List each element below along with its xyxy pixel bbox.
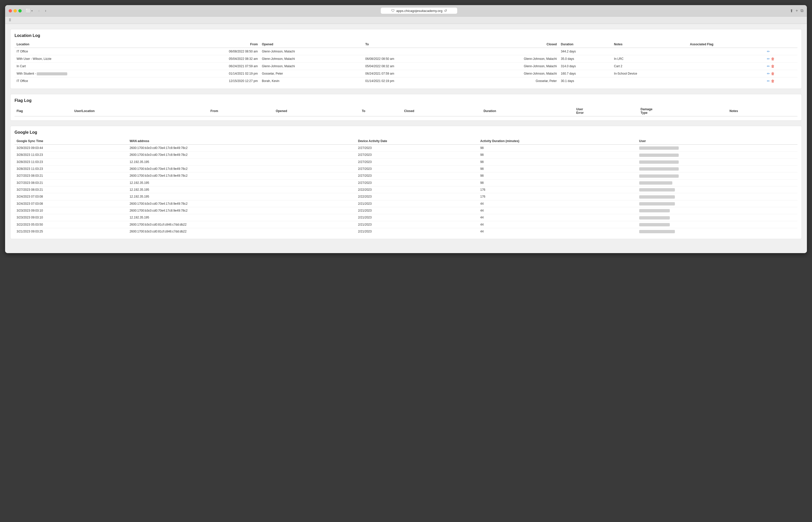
delete-icon[interactable]: 🗑 xyxy=(771,79,775,83)
col-opened: Opened xyxy=(274,106,360,116)
share-icon[interactable]: ⬆ xyxy=(790,8,793,13)
cell-to: 05/04/2022 08:32 am xyxy=(363,63,455,70)
cell-activity-date: 2/27/2023 xyxy=(356,152,478,158)
cell-activity-date: 2/27/2023 xyxy=(356,173,478,179)
col-associated-flag: Associated Flag xyxy=(688,41,765,48)
cell-wan: 12.192.35.195 xyxy=(128,186,356,193)
cell-opened: Borah, Kevin xyxy=(260,77,363,85)
cell-user xyxy=(637,207,797,214)
table-row: 3/28/2023 11:03:23 12.192.35.195 2/27/20… xyxy=(15,158,797,165)
cell-activity-date: 2/22/2023 xyxy=(356,186,478,193)
edit-icon[interactable]: ✏ xyxy=(767,79,770,83)
cell-closed xyxy=(456,48,559,55)
cell-closed: Glenn-Johnson, Malachi xyxy=(456,63,559,70)
google-log-card: Google Log Google Sync Time WAN address … xyxy=(10,126,802,239)
cell-activity-date: 2/22/2023 xyxy=(356,193,478,200)
cell-from: 06/24/2021 07:59 am xyxy=(168,63,260,70)
cell-sync-time: 3/29/2023 09:03:44 xyxy=(15,145,128,152)
cell-user xyxy=(637,158,797,165)
sidebar-toggle[interactable]: ⬜ ▾ xyxy=(26,8,33,13)
cell-duration: 35.0 days xyxy=(559,55,612,63)
back-button[interactable]: ‹ xyxy=(36,8,42,14)
url-bar[interactable]: 🛡 apps.chicagojesuitacademy.org ↺ xyxy=(381,8,457,14)
cell-duration: 344.2 days xyxy=(559,48,612,55)
delete-icon[interactable]: 🗑 xyxy=(771,57,775,61)
cell-activity-date: 2/21/2023 xyxy=(356,214,478,221)
minimize-button[interactable] xyxy=(14,9,17,13)
cell-to xyxy=(363,48,455,55)
table-row: 3/28/2023 11:03:23 2600:1700:b3c0:cd0:70… xyxy=(15,165,797,172)
cell-wan: 2600:1700:b3c0:cd0:70e4:17c8:9e49:78c2 xyxy=(128,173,356,179)
cell-opened: Glenn-Johnson, Malachi xyxy=(260,55,363,63)
table-row: 3/23/2023 09:03:10 12.192.35.195 2/21/20… xyxy=(15,214,797,221)
col-location: Location xyxy=(15,41,168,48)
delete-icon[interactable]: 🗑 xyxy=(771,64,775,68)
cell-duration: 30.1 days xyxy=(559,77,612,85)
cell-sync-time: 3/28/2023 11:03:23 xyxy=(15,152,128,158)
col-notes: Notes xyxy=(728,106,797,116)
cell-duration: 44 xyxy=(478,214,637,221)
cell-location: IT Office xyxy=(15,77,168,85)
cell-actions: ✏ 🗑 xyxy=(765,77,797,85)
cell-opened: Gosselar, Peter xyxy=(260,70,363,77)
location-log-body: IT Office 06/08/2022 08:50 am Glenn-John… xyxy=(15,48,797,85)
col-from: From xyxy=(209,106,274,116)
maximize-button[interactable] xyxy=(18,9,22,13)
cell-actions: ✏ 🗑 xyxy=(765,70,797,77)
cell-to: 06/08/2022 08:50 am xyxy=(363,55,455,63)
cell-wan: 2600:1700:b3c0:cd0:81cf:c846:c7dd:db22 xyxy=(128,228,356,235)
cell-notes: In-School Device xyxy=(612,70,688,77)
tabs-overview-icon[interactable]: ⧉ xyxy=(800,8,803,13)
cell-from: 12/15/2020 12:27 pm xyxy=(168,77,260,85)
cell-duration: 98 xyxy=(478,158,637,165)
table-row: 3/23/2023 09:03:10 2600:1700:b3c0:cd0:70… xyxy=(15,207,797,214)
cell-duration: 44 xyxy=(478,207,637,214)
google-log-body: 3/29/2023 09:03:44 2600:1700:b3c0:cd0:70… xyxy=(15,145,797,235)
col-from: From xyxy=(168,41,260,48)
cell-user xyxy=(637,186,797,193)
cell-wan: 2600:1700:b3c0:cd0:70e4:17c8:9e49:78c2 xyxy=(128,200,356,207)
col-user-location: User/Location xyxy=(72,106,208,116)
cell-wan: 12.192.35.195 xyxy=(128,179,356,186)
cell-sync-time: 3/28/2023 11:03:23 xyxy=(15,158,128,165)
delete-icon[interactable]: 🗑 xyxy=(771,72,775,76)
cell-location: With User - Wilson, Lizzie xyxy=(15,55,168,63)
table-row: 3/22/2023 05:03:50 2600:1700:b3c0:cd0:81… xyxy=(15,221,797,228)
cell-from: 05/04/2022 08:32 am xyxy=(168,55,260,63)
close-button[interactable] xyxy=(9,9,12,13)
table-row: 3/21/2023 09:03:25 2600:1700:b3c0:cd0:81… xyxy=(15,228,797,235)
edit-icon[interactable]: ✏ xyxy=(767,72,770,76)
location-log-title: Location Log xyxy=(15,33,797,38)
cell-wan: 2600:1700:b3c0:cd0:70e4:17c8:9e49:78c2 xyxy=(128,145,356,152)
col-duration: Duration xyxy=(559,41,612,48)
col-user: User xyxy=(637,138,797,145)
forward-button[interactable]: › xyxy=(43,8,49,14)
titlebar: ⬜ ▾ ‹ › 🛡 apps.chicagojesuitacademy.org … xyxy=(5,5,807,17)
cell-duration: 176 xyxy=(478,186,637,193)
reload-button[interactable]: ↺ xyxy=(444,9,447,13)
table-row: 3/28/2023 11:03:23 2600:1700:b3c0:cd0:70… xyxy=(15,152,797,158)
cell-user xyxy=(637,214,797,221)
url-text: apps.chicagojesuitacademy.org xyxy=(396,9,442,13)
new-tab-icon[interactable]: + xyxy=(796,8,798,13)
edit-icon[interactable]: ✏ xyxy=(767,64,770,68)
edit-icon[interactable]: ✏ xyxy=(767,57,770,61)
browser-actions: ⬆ + ⧉ xyxy=(790,8,803,13)
col-flag: Flag xyxy=(15,106,72,116)
cell-user xyxy=(637,165,797,172)
cell-opened: Glenn-Johnson, Malachi xyxy=(260,48,363,55)
cell-location: With Student - xyxy=(15,70,168,77)
cell-sync-time: 3/24/2023 07:03:08 xyxy=(15,193,128,200)
table-row: 3/27/2023 08:03:21 12.192.35.195 2/27/20… xyxy=(15,179,797,186)
cell-activity-date: 2/27/2023 xyxy=(356,179,478,186)
location-log-header: Location From Opened To Closed Duration … xyxy=(15,41,797,48)
apps-grid-icon[interactable]: ⠿ xyxy=(9,18,11,22)
cell-duration: 176 xyxy=(478,193,637,200)
table-row: With User - Wilson, Lizzie 05/04/2022 08… xyxy=(15,55,797,63)
sidebar-icon: ⬜ xyxy=(26,8,31,13)
location-log-card: Location Log Location From Opened To Clo… xyxy=(10,29,802,89)
col-actions xyxy=(765,41,797,48)
cell-activity-date: 2/21/2023 xyxy=(356,207,478,214)
edit-icon[interactable]: ✏ xyxy=(767,49,770,54)
cell-actions: ✏ xyxy=(765,48,797,55)
